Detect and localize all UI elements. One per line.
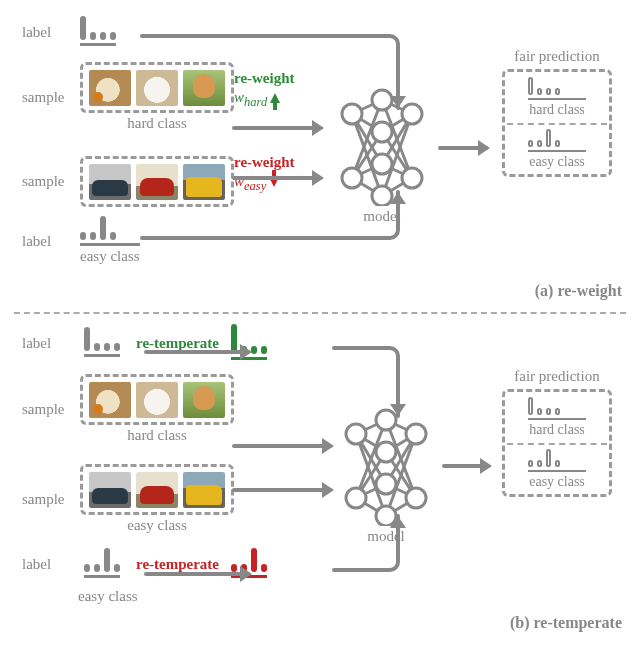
arrow-icon xyxy=(144,572,250,576)
pred-easy-caption: easy class xyxy=(513,154,601,170)
model-icon xyxy=(338,406,434,526)
sample-thumb xyxy=(89,472,131,508)
svg-point-18 xyxy=(372,90,392,110)
retemperate-hard-label: re-temperate xyxy=(136,335,219,352)
sample-caption: sample xyxy=(22,89,72,106)
pred-easy-bars xyxy=(528,450,586,472)
svg-point-46 xyxy=(406,424,426,444)
panel-b-tag: (b) re-temperate xyxy=(510,614,622,632)
sample-thumb xyxy=(136,472,178,508)
fair-prediction-caption: fair prediction xyxy=(502,48,612,65)
sample-thumb xyxy=(136,382,178,418)
pred-hard-bars xyxy=(528,398,586,420)
svg-point-40 xyxy=(346,424,366,444)
easy-class-caption: easy class xyxy=(80,517,234,534)
panel-a-tag: (a) re-weight xyxy=(535,282,622,300)
sample-thumb xyxy=(89,164,131,200)
arrow-icon xyxy=(144,350,250,354)
label-caption: label xyxy=(22,556,72,573)
panel-reweight: label sample hard class re-weight whard xyxy=(14,18,626,304)
sample-thumb xyxy=(183,382,225,418)
hard-label-bars xyxy=(84,329,120,357)
sample-thumb xyxy=(183,164,225,200)
svg-point-47 xyxy=(406,488,426,508)
easy-label-bars xyxy=(84,550,120,578)
hard-label-bars xyxy=(80,18,116,46)
model-caption: model xyxy=(334,208,430,225)
sample-thumb xyxy=(136,164,178,200)
sample-caption: sample xyxy=(22,401,72,418)
pred-hard-caption: hard class xyxy=(513,102,601,118)
easy-sample-group xyxy=(80,156,234,207)
arrow-icon xyxy=(438,146,488,150)
pred-easy-caption: easy class xyxy=(513,474,601,490)
panel-retemperate: label re-temperate sample hard class sam… xyxy=(14,324,626,634)
pred-hard-bars xyxy=(528,78,586,100)
sample-caption: sample xyxy=(22,491,72,508)
model-icon xyxy=(334,86,430,206)
fair-prediction-box: hard class easy class xyxy=(502,69,612,177)
hard-sample-group xyxy=(80,62,234,113)
hard-sample-group xyxy=(80,374,234,425)
arrow-icon xyxy=(232,126,322,130)
svg-point-41 xyxy=(346,488,366,508)
fair-prediction-box: hard class easy class xyxy=(502,389,612,497)
sample-caption: sample xyxy=(22,173,72,190)
arrow-icon xyxy=(442,464,490,468)
easy-class-caption: easy class xyxy=(78,588,138,605)
label-caption: label xyxy=(22,335,72,352)
svg-point-23 xyxy=(402,168,422,188)
label-caption: label xyxy=(22,24,72,41)
sample-thumb xyxy=(89,70,131,106)
svg-point-44 xyxy=(376,474,396,494)
hard-class-caption: hard class xyxy=(80,427,234,444)
svg-point-21 xyxy=(372,186,392,206)
svg-point-16 xyxy=(342,104,362,124)
retemperate-easy-label: re-temperate xyxy=(136,556,219,573)
model-caption: model xyxy=(338,528,434,545)
easy-label-bars xyxy=(80,218,140,246)
easy-sample-group xyxy=(80,464,234,515)
pred-hard-caption: hard class xyxy=(513,422,601,438)
svg-point-17 xyxy=(342,168,362,188)
panel-divider xyxy=(14,312,626,314)
sample-thumb xyxy=(136,70,178,106)
sample-thumb xyxy=(89,382,131,418)
easy-class-caption: easy class xyxy=(80,248,140,265)
svg-point-42 xyxy=(376,410,396,430)
svg-point-45 xyxy=(376,506,396,526)
arrow-icon xyxy=(232,444,332,448)
reweight-easy-label: re-weight weasy xyxy=(234,154,295,193)
svg-point-19 xyxy=(372,122,392,142)
svg-point-43 xyxy=(376,442,396,462)
sample-thumb xyxy=(183,70,225,106)
arrow-icon xyxy=(232,176,322,180)
svg-point-22 xyxy=(402,104,422,124)
svg-point-20 xyxy=(372,154,392,174)
reweight-hard-label: re-weight whard xyxy=(234,70,295,109)
arrow-up-icon xyxy=(270,93,280,103)
fair-prediction-caption: fair prediction xyxy=(502,368,612,385)
label-caption: label xyxy=(22,233,72,250)
sample-thumb xyxy=(183,472,225,508)
arrow-icon xyxy=(232,488,332,492)
pred-easy-bars xyxy=(528,130,586,152)
hard-class-caption: hard class xyxy=(80,115,234,132)
